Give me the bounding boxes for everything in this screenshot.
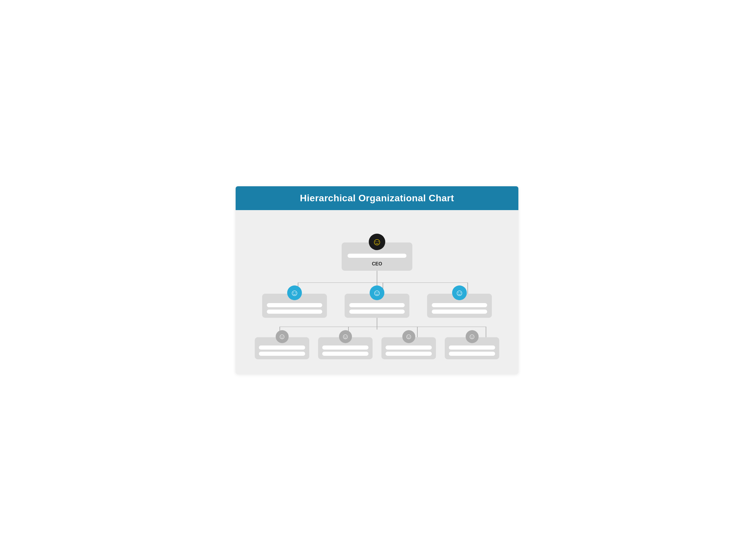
ceo-card: ☺ CEO bbox=[342, 242, 412, 271]
l2-1-bar-2 bbox=[267, 309, 322, 314]
l3-2-bar-2 bbox=[322, 352, 368, 356]
level3-node-4: ☺ bbox=[445, 329, 499, 359]
level2-card-1: ☺ bbox=[262, 294, 327, 318]
chart-body: ☺ CEO bbox=[236, 210, 518, 374]
level2-card-3: ☺ bbox=[427, 294, 492, 318]
level3-card-1: ☺ bbox=[255, 337, 309, 359]
level3-node-2: ☺ bbox=[318, 329, 372, 359]
level3-card-2-inner bbox=[322, 345, 368, 356]
level3-row: ☺ ☺ bbox=[241, 329, 513, 359]
level3-node-1: ☺ bbox=[255, 329, 309, 359]
level2-card-2-inner bbox=[349, 303, 405, 314]
org-chart-container: Hierarchical Organizational Chart ☺ CEO bbox=[236, 186, 518, 374]
chart-header: Hierarchical Organizational Chart bbox=[236, 186, 518, 210]
level3-avatar-3-icon: ☺ bbox=[402, 330, 415, 343]
level2-card-3-inner bbox=[432, 303, 487, 314]
level3-area: ☺ ☺ bbox=[241, 329, 513, 359]
level2-avatar-1-icon: ☺ bbox=[287, 285, 302, 300]
chart-title: Hierarchical Organizational Chart bbox=[236, 193, 518, 204]
l3-1-bar-2 bbox=[259, 352, 305, 356]
l2-3-bar-2 bbox=[432, 309, 487, 314]
level2-card-1-inner bbox=[267, 303, 322, 314]
org-chart: ☺ CEO bbox=[241, 222, 513, 359]
level2-area: ☺ ☺ bbox=[241, 285, 513, 318]
l3-4-bar-1 bbox=[449, 345, 495, 349]
level2-avatar-2-icon: ☺ bbox=[370, 285, 384, 300]
level3-avatar-4-icon: ☺ bbox=[466, 330, 479, 343]
level3-avatar-1-icon: ☺ bbox=[276, 330, 289, 343]
level3-avatar-2-icon: ☺ bbox=[339, 330, 352, 343]
l3-1-bar-1 bbox=[259, 345, 305, 349]
ceo-card-inner bbox=[348, 254, 406, 258]
level2-card-2: ☺ bbox=[345, 294, 409, 318]
level3-node-3: ☺ bbox=[382, 329, 436, 359]
l2-2-bar-2 bbox=[349, 309, 405, 314]
level3-card-3-inner bbox=[386, 345, 432, 356]
level2-node-1: ☺ bbox=[262, 285, 327, 318]
l2-3-bar-1 bbox=[432, 303, 487, 307]
level3-card-2: ☺ bbox=[318, 337, 372, 359]
level3-card-4: ☺ bbox=[445, 337, 499, 359]
ceo-label: CEO bbox=[372, 261, 382, 267]
level2-avatar-3-icon: ☺ bbox=[452, 285, 467, 300]
l3-3-bar-1 bbox=[386, 345, 432, 349]
l2-1-bar-1 bbox=[267, 303, 322, 307]
level2-node-3: ☺ bbox=[427, 285, 492, 318]
l3-4-bar-2 bbox=[449, 352, 495, 356]
l3-3-bar-2 bbox=[386, 352, 432, 356]
level2-row: ☺ ☺ bbox=[241, 285, 513, 318]
ceo-avatar-icon: ☺ bbox=[369, 234, 385, 250]
ceo-bar-1 bbox=[348, 254, 406, 258]
level3-card-4-inner bbox=[449, 345, 495, 356]
l2-2-bar-1 bbox=[349, 303, 405, 307]
level3-card-3: ☺ bbox=[382, 337, 436, 359]
level2-node-2: ☺ bbox=[345, 285, 409, 318]
ceo-wrapper: ☺ CEO bbox=[342, 234, 412, 271]
l3-2-bar-1 bbox=[322, 345, 368, 349]
level3-card-1-inner bbox=[259, 345, 305, 356]
